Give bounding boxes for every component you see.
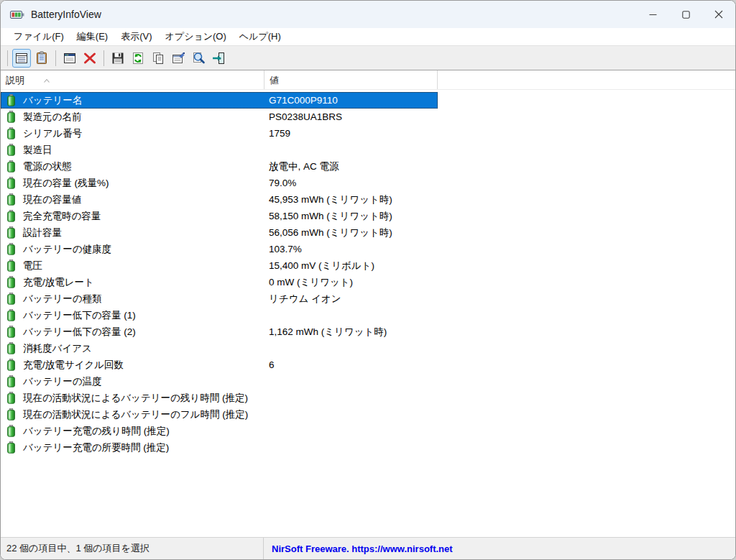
report-view-icon — [14, 51, 29, 65]
row-description: 現在の容量 (残量%) — [23, 175, 109, 191]
row-description: バッテリー低下の容量 (1) — [23, 307, 136, 323]
row-value: 0 mW (ミリワット) — [269, 274, 353, 290]
sort-ascending-icon — [43, 70, 50, 90]
table-row[interactable]: バッテリーの温度 — [1, 373, 735, 390]
row-value: 58,150 mWh (ミリワット時) — [269, 208, 392, 224]
delete-x-icon — [83, 51, 97, 65]
menubar: ファイル(F) 編集(E) 表示(V) オプション(O) ヘルプ(H) — [1, 28, 735, 46]
row-description: 現在の活動状況によるバッテリーのフル時間 (推定) — [23, 406, 248, 423]
battery-row-icon — [7, 441, 15, 459]
table-row[interactable]: バッテリー低下の容量 (2) 1,162 mWh (ミリワット時) — [1, 323, 735, 340]
titlebar[interactable]: BatteryInfoView — [1, 1, 735, 28]
table-row[interactable]: 現在の容量値 45,953 mWh (ミリワット時) — [1, 191, 735, 208]
refresh-button[interactable] — [129, 49, 147, 68]
minimize-button[interactable] — [636, 1, 669, 28]
window-title: BatteryInfoView — [31, 9, 101, 20]
row-value: G71C000P9110 — [269, 92, 338, 109]
menu-file[interactable]: ファイル(F) — [7, 28, 70, 45]
app-window: BatteryInfoView ファイル(F) 編集(E) 表示(V) オプショ… — [0, 0, 736, 560]
list-header: 説明 値 — [1, 70, 735, 90]
table-row[interactable]: バッテリーの健康度 103.7% — [1, 241, 735, 257]
menu-view[interactable]: 表示(V) — [114, 28, 158, 45]
table-row[interactable]: 充電/放電レート 0 mW (ミリワット) — [1, 274, 735, 290]
nirsoft-link[interactable]: NirSoft Freeware. https://www.nirsoft.ne… — [264, 538, 735, 559]
row-description: 現在の活動状況によるバッテリーの残り時間 (推定) — [23, 390, 248, 406]
close-button[interactable] — [702, 1, 735, 28]
window-controls — [636, 1, 735, 28]
row-value: PS0238UA1BRS — [269, 109, 342, 125]
menu-help[interactable]: ヘルプ(H) — [233, 28, 288, 45]
report-window-button[interactable] — [60, 49, 79, 68]
table-row[interactable]: 完全充電時の容量 58,150 mWh (ミリワット時) — [1, 208, 735, 224]
column-header-filler — [438, 70, 735, 89]
toolbar — [1, 46, 735, 70]
copy-button[interactable] — [149, 49, 167, 68]
table-row[interactable]: バッテリー充電の残り時間 (推定) — [1, 423, 735, 439]
copy-icon — [151, 51, 165, 65]
menu-options[interactable]: オプション(O) — [159, 28, 233, 45]
save-icon — [111, 51, 125, 65]
menu-edit[interactable]: 編集(E) — [70, 28, 114, 45]
row-description: バッテリーの温度 — [23, 373, 102, 390]
table-row[interactable]: 製造日 — [1, 142, 735, 158]
log-view-button[interactable] — [32, 49, 51, 68]
table-row[interactable]: バッテリー低下の容量 (1) — [1, 307, 735, 323]
column-header-value-label: 値 — [270, 70, 279, 90]
table-row[interactable]: 現在の活動状況によるバッテリーのフル時間 (推定) — [1, 406, 735, 423]
row-description: 充電/放電サイクル回数 — [23, 357, 124, 373]
row-description: 設計容量 — [23, 224, 62, 241]
delete-button[interactable] — [80, 49, 99, 68]
find-button[interactable] — [189, 49, 208, 68]
row-description: バッテリー充電の所要時間 (推定) — [23, 439, 169, 456]
row-value: 103.7% — [269, 241, 302, 257]
properties-icon — [171, 51, 185, 65]
items-view-button[interactable] — [12, 49, 31, 68]
column-header-value[interactable]: 値 — [264, 70, 438, 89]
battery-info-list: 説明 値 バッテリー名 G71C000P9110 — [1, 70, 735, 537]
row-value: リチウム イオン — [269, 290, 341, 307]
row-description: バッテリー名 — [23, 92, 82, 109]
row-description: 消耗度バイアス — [23, 340, 92, 357]
statusbar: 22 個の項目中、1 個の項目を選択 NirSoft Freeware. htt… — [1, 537, 735, 559]
row-description: 現在の容量値 — [23, 191, 81, 208]
column-header-description-label: 説明 — [6, 70, 24, 90]
table-row[interactable]: バッテリー名 G71C000P9110 — [1, 92, 438, 109]
toolbar-separator — [104, 50, 104, 66]
row-value: 放電中, AC 電源 — [269, 158, 339, 175]
window-icon — [63, 51, 77, 65]
toolbar-separator — [55, 50, 56, 66]
search-icon — [191, 51, 206, 65]
table-row[interactable]: シリアル番号 1759 — [1, 125, 735, 142]
row-value: 15,400 mV (ミリボルト) — [269, 257, 374, 274]
table-row[interactable]: 現在の容量 (残量%) 79.0% — [1, 175, 735, 191]
refresh-icon — [131, 51, 145, 65]
row-value: 1,162 mWh (ミリワット時) — [269, 323, 387, 340]
row-description: バッテリー充電の残り時間 (推定) — [23, 423, 170, 439]
row-description: バッテリー低下の容量 (2) — [23, 323, 136, 340]
table-row[interactable]: 電圧 15,400 mV (ミリボルト) — [1, 257, 735, 274]
row-description: 製造元の名前 — [23, 109, 81, 125]
table-row[interactable]: 充電/放電サイクル回数 6 — [1, 357, 735, 373]
row-description: バッテリーの種類 — [23, 290, 102, 307]
table-row[interactable]: 電源の状態 放電中, AC 電源 — [1, 158, 735, 175]
row-container: バッテリー名 G71C000P9110 製造元の名前 PS0238UA1BRS … — [1, 90, 735, 456]
row-value: 6 — [269, 357, 275, 373]
column-header-description[interactable]: 説明 — [1, 70, 264, 89]
row-description: バッテリーの健康度 — [23, 241, 111, 257]
table-row[interactable]: 製造元の名前 PS0238UA1BRS — [1, 109, 735, 125]
exit-button[interactable] — [209, 49, 228, 68]
save-button[interactable] — [109, 49, 127, 68]
clipboard-icon — [34, 51, 49, 65]
table-row[interactable]: 消耗度バイアス — [1, 340, 735, 357]
table-row[interactable]: 現在の活動状況によるバッテリーの残り時間 (推定) — [1, 390, 735, 406]
row-description: 製造日 — [23, 142, 52, 158]
table-row[interactable]: 設計容量 56,056 mWh (ミリワット時) — [1, 224, 735, 241]
row-description: 完全充電時の容量 — [23, 208, 101, 224]
row-description: シリアル番号 — [23, 125, 82, 142]
maximize-button[interactable] — [669, 1, 702, 28]
row-description: 充電/放電レート — [23, 274, 94, 290]
row-description: 電源の状態 — [23, 158, 72, 175]
table-row[interactable]: バッテリー充電の所要時間 (推定) — [1, 439, 735, 456]
table-row[interactable]: バッテリーの種類 リチウム イオン — [1, 290, 735, 307]
properties-button[interactable] — [169, 49, 188, 68]
